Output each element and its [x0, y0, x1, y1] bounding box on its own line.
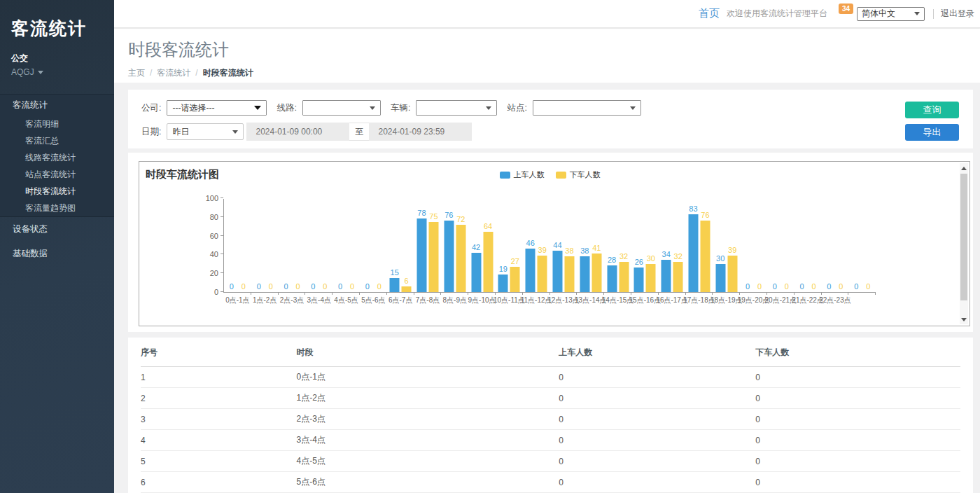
query-button[interactable]: 查询	[905, 102, 959, 118]
bar-value-label: 76	[444, 211, 453, 219]
bar[interactable]	[552, 251, 562, 292]
breadcrumb-item[interactable]: 客流统计	[157, 68, 190, 78]
bar-column: 0	[743, 198, 752, 292]
bar-value-label: 0	[295, 282, 300, 291]
legend-item-上车人数[interactable]: 上车人数	[500, 169, 545, 180]
sidebar-item-站点客流统计[interactable]: 站点客流统计	[0, 166, 114, 183]
vehicle-select[interactable]	[416, 100, 497, 116]
sidebar-item-线路客流统计[interactable]: 线路客流统计	[0, 149, 114, 166]
bar-group: 1566点-7点	[387, 198, 414, 292]
bar-column: 0	[755, 198, 764, 292]
bar[interactable]	[592, 254, 601, 292]
bar-group: 192710点-11点	[496, 198, 523, 292]
bar[interactable]	[456, 225, 465, 292]
bar[interactable]	[416, 218, 426, 292]
sidebar-group-客流统计[interactable]: 客流统计	[0, 95, 114, 116]
sidebar-group-设备状态[interactable]: 设备状态	[0, 217, 114, 242]
date-preset-select[interactable]: 昨日	[167, 123, 244, 140]
bar-pair: 7672	[444, 198, 465, 292]
bar-column: 30	[646, 198, 656, 292]
table-cell: 0	[559, 430, 755, 451]
legend-item-下车人数[interactable]: 下车人数	[556, 169, 601, 180]
sidebar-item-客流汇总[interactable]: 客流汇总	[0, 132, 114, 149]
sidebar-item-客流量趋势图[interactable]: 客流量趋势图	[0, 200, 114, 216]
bar-value-label: 0	[311, 282, 315, 291]
bar[interactable]	[526, 249, 536, 292]
date-start-input[interactable]: 2024-01-09 00:00	[246, 123, 349, 141]
bar-pair: 00	[335, 198, 357, 292]
legend-swatch	[500, 172, 510, 179]
chart-scrollbar[interactable]	[960, 163, 968, 324]
bar-value-label: 27	[511, 257, 519, 265]
bar[interactable]	[634, 268, 644, 292]
bar[interactable]	[498, 275, 508, 292]
bar[interactable]	[619, 262, 629, 292]
bar-column: 0	[227, 198, 237, 292]
table-cell: 0	[755, 472, 960, 493]
bar-group: 005点-6点	[360, 198, 387, 292]
bar-column: 27	[510, 198, 520, 292]
bar[interactable]	[564, 256, 574, 292]
bar[interactable]	[402, 286, 412, 292]
breadcrumb-separator: /	[195, 68, 197, 78]
table-row: 54点-5点00	[141, 451, 960, 472]
export-button[interactable]: 导出	[905, 124, 959, 141]
station-select[interactable]	[533, 100, 641, 116]
bar-column: 64	[483, 198, 493, 292]
sidebar-group-基础数据[interactable]: 基础数据	[0, 242, 114, 266]
bar-value-label: 28	[608, 256, 616, 264]
bar[interactable]	[607, 265, 617, 292]
line-select[interactable]	[302, 100, 381, 116]
bar-value-label: 32	[620, 252, 628, 261]
home-link[interactable]: 首页	[699, 7, 720, 20]
bar[interactable]	[662, 260, 671, 292]
y-axis-tick-mark	[220, 235, 223, 236]
bar[interactable]	[673, 262, 683, 292]
language-select[interactable]: 简体中文	[857, 7, 925, 21]
bar-column: 0	[308, 198, 318, 292]
bar-value-label: 64	[484, 222, 492, 230]
bar-value-label: 0	[757, 282, 762, 291]
bar[interactable]	[390, 278, 400, 292]
table-cell: 0	[755, 409, 960, 430]
bar[interactable]	[428, 222, 438, 293]
scroll-up-button[interactable]	[960, 163, 968, 173]
breadcrumb: 主页/客流统计/时段客流统计	[128, 67, 980, 79]
company-select[interactable]: ---请选择---	[167, 100, 267, 116]
bar-pair: 00	[770, 198, 792, 292]
vehicle-label: 车辆:	[391, 102, 410, 114]
sidebar-item-时段客流统计[interactable]: 时段客流统计	[0, 183, 114, 200]
breadcrumb-item[interactable]: 主页	[128, 68, 145, 78]
bar[interactable]	[510, 267, 520, 292]
bar[interactable]	[646, 264, 656, 292]
bar[interactable]	[580, 256, 589, 292]
table-body: 10点-1点0021点-2点0032点-3点0043点-4点0054点-5点00…	[141, 367, 960, 493]
date-label: 日期:	[141, 126, 161, 138]
logout-link[interactable]: 退出登录	[941, 8, 974, 20]
bar[interactable]	[700, 221, 710, 292]
bar-value-label: 0	[365, 282, 370, 291]
bar-pair: 156	[390, 198, 412, 292]
bar[interactable]	[471, 253, 481, 292]
bar-pair: 00	[227, 198, 248, 292]
bar-group: 78757点-8点	[414, 198, 442, 292]
bar[interactable]	[483, 232, 493, 292]
bar-column: 0	[320, 198, 330, 292]
bar[interactable]	[727, 256, 737, 292]
bar-group: 00	[848, 198, 876, 292]
notification-badge[interactable]: 34	[839, 4, 853, 14]
table-header-cell: 上车人数	[559, 338, 755, 367]
y-axis-tick-mark	[220, 197, 223, 198]
date-end-input[interactable]: 2024-01-09 23:59	[369, 123, 472, 141]
org-selector[interactable]: AQGJ	[0, 64, 114, 77]
scrollbar-thumb[interactable]	[960, 174, 967, 300]
sidebar-item-客流明细[interactable]: 客流明细	[0, 116, 114, 132]
bar-value-label: 26	[635, 258, 643, 266]
bar[interactable]	[444, 221, 454, 292]
bar-pair: 00	[254, 198, 276, 292]
bar[interactable]	[538, 256, 547, 292]
bar[interactable]	[715, 264, 725, 292]
bar-column: 0	[335, 198, 345, 292]
scroll-down-button[interactable]	[960, 314, 968, 324]
bar[interactable]	[688, 214, 698, 292]
